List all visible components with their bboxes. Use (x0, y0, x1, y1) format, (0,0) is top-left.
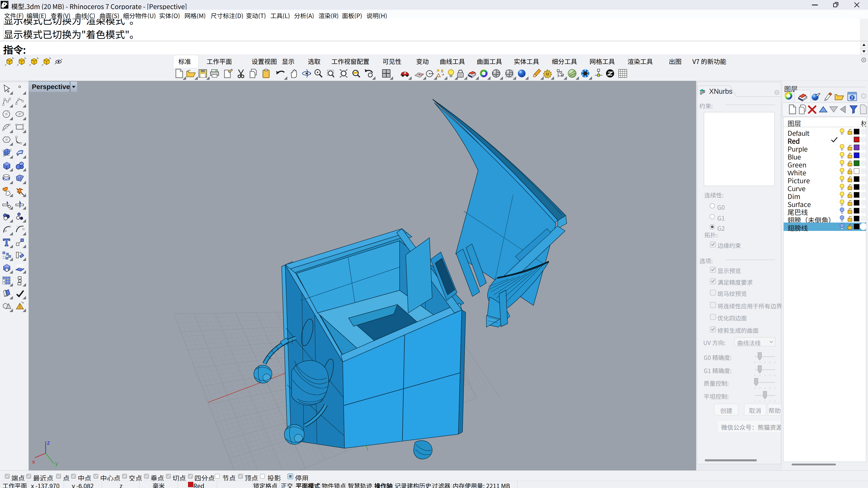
svg-text:?: ? (851, 95, 853, 101)
svg-text:y: y (55, 460, 58, 467)
svg-text:z: z (47, 439, 50, 446)
svg-text:x: x (32, 458, 35, 465)
svg-text:7: 7 (6, 1, 8, 4)
